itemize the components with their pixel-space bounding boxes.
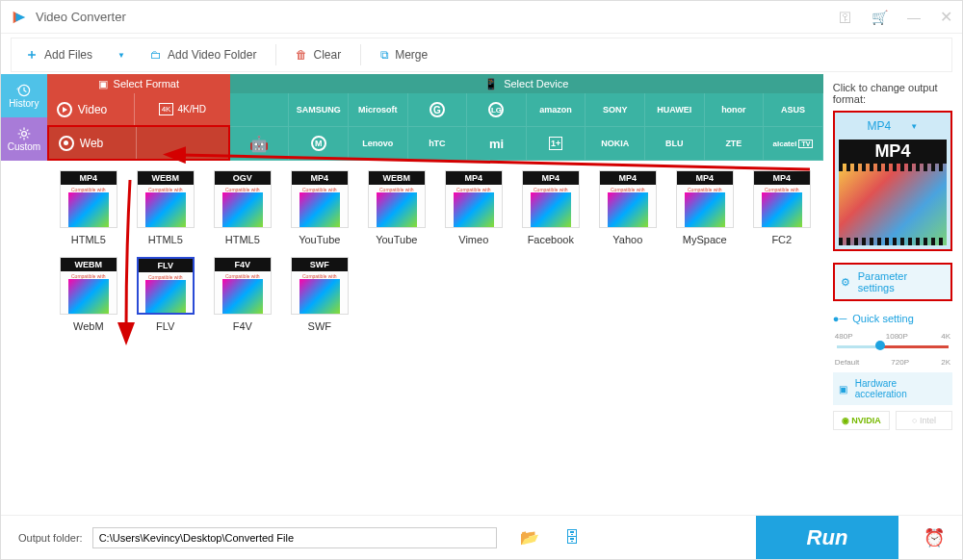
device-brand[interactable]: alcatelTV	[764, 127, 823, 161]
oneplus-icon: 1+	[549, 137, 562, 150]
quick-setting-label: ●─ Quick setting	[833, 313, 952, 324]
tv-icon: TV	[798, 140, 813, 148]
device-brand[interactable]: ZTE	[705, 127, 765, 161]
intel-badge[interactable]: ○ Intel	[896, 411, 952, 430]
tab-select-format[interactable]: ▣ Select Format	[47, 74, 230, 93]
preset-webm[interactable]: WEBMCompatible withWebM	[53, 257, 124, 332]
tab-select-device[interactable]: 📱 Select Device	[230, 74, 823, 93]
preset-facebook[interactable]: MP4Compatible withFacebook	[515, 170, 586, 245]
preset-vimeo[interactable]: MP4Compatible withVimeo	[438, 170, 509, 245]
toolbar: ＋ Add Files ▼ 🗀 Add Video Folder 🗑 Clear…	[11, 38, 952, 72]
app-title: Video Converter	[36, 10, 126, 24]
alarm-icon[interactable]: ⏰	[924, 527, 945, 548]
preset-youtube[interactable]: WEBMCompatible withYouTube	[361, 170, 432, 245]
tab-format-label: Select Format	[114, 78, 179, 89]
merge-label: Merge	[395, 48, 428, 62]
app-logo-icon	[11, 9, 28, 26]
device-brand[interactable]: ASUS	[764, 93, 823, 127]
device-brand[interactable]: HUAWEI	[645, 93, 705, 127]
device-brand[interactable]: BLU	[645, 127, 705, 161]
title-bar: Video Converter ⚿ 🛒 — ✕	[1, 1, 962, 34]
cart-icon[interactable]: 🛒	[872, 10, 888, 25]
add-folder-label: Add Video Folder	[168, 48, 257, 62]
chrome-icon	[59, 136, 74, 151]
device-brand[interactable]: amazon	[527, 93, 586, 127]
preset-myspace[interactable]: MP4Compatible withMySpace	[669, 170, 741, 245]
device-brand[interactable]: Microsoft	[349, 93, 408, 127]
caret-down-icon: ▼	[910, 122, 918, 131]
plus-icon: ＋	[25, 46, 39, 64]
bullet-icon: ●─	[833, 313, 846, 324]
clear-button[interactable]: 🗑 Clear	[282, 38, 354, 71]
slider-tick: 1080P	[886, 332, 908, 341]
preset-html5[interactable]: WEBMCompatible withHTML5	[130, 170, 201, 245]
rp-heading: Click to change output format:	[833, 82, 952, 105]
device-grid: SAMSUNGMicrosoftGLGamazonSONYHUAWEIhonor…	[230, 93, 823, 161]
motorola-icon: M	[311, 136, 326, 151]
xiaomi-icon: mi	[489, 137, 504, 151]
preset-swf[interactable]: SWFCompatible withSWF	[284, 257, 355, 332]
bottom-bar: Output folder: ▼ 📂 🗄 Run ⏰	[1, 515, 962, 559]
minimize-icon[interactable]: —	[907, 10, 921, 25]
format-column: Video 4K4K/HD Web	[47, 93, 230, 161]
output-folder-label: Output folder:	[18, 532, 83, 544]
quality-slider[interactable]: 480P 1080P 4K Default 720P 2K	[833, 332, 952, 363]
add-files-label: Add Files	[44, 48, 92, 62]
device-brand[interactable]: NOKIA	[586, 127, 645, 161]
sidetab-history[interactable]: History	[1, 74, 47, 117]
run-button[interactable]: Run	[756, 516, 898, 560]
thumb-format-label: MP4	[839, 140, 947, 164]
hardware-accel-button[interactable]: ▣ Hardware acceleration	[833, 372, 952, 405]
device-brand[interactable]: G	[408, 93, 468, 127]
merge-button[interactable]: ⧉ Merge	[367, 38, 441, 71]
device-brand[interactable]: LG	[467, 93, 527, 127]
add-files-caret-icon[interactable]: ▼	[117, 51, 125, 60]
output-format-thumbnail: MP4	[839, 140, 947, 245]
preset-html5[interactable]: MP4Compatible withHTML5	[53, 170, 124, 245]
device-brand[interactable]: M	[289, 127, 349, 161]
device-brand[interactable]: 🤖	[230, 127, 290, 161]
play-icon	[57, 102, 72, 117]
separator	[360, 44, 361, 65]
history-icon	[14, 83, 34, 98]
preset-fc2[interactable]: MP4Compatible withFC2	[746, 170, 818, 245]
open-folder-icon[interactable]: 📂	[520, 528, 539, 547]
separator	[275, 44, 276, 65]
format-video[interactable]: Video 4K4K/HD	[47, 93, 230, 125]
add-folder-button[interactable]: 🗀 Add Video Folder	[137, 38, 271, 71]
device-brand[interactable]: SAMSUNG	[289, 93, 349, 127]
slider-tick: Default	[835, 358, 859, 367]
hw-vendors: ◉ NVIDIA ○ Intel	[833, 411, 952, 430]
device-brand[interactable]: Lenovo	[349, 127, 408, 161]
svg-point-1	[21, 132, 26, 137]
trash-icon: 🗑	[296, 48, 307, 62]
preset-f4v[interactable]: F4VCompatible withF4V	[207, 257, 278, 332]
device-brand[interactable]: mi	[467, 127, 527, 161]
sidetab-custom[interactable]: Custom	[1, 117, 47, 161]
key-icon[interactable]: ⚿	[839, 10, 852, 25]
preset-youtube[interactable]: MP4Compatible withYouTube	[284, 170, 355, 245]
device-tab-icon: 📱	[484, 78, 498, 90]
device-brand[interactable]: hTC	[408, 127, 468, 161]
preset-flv[interactable]: FLVCompatible withFLV	[130, 257, 201, 332]
fourk-icon: 4K	[159, 103, 174, 115]
output-format-selector[interactable]: MP4 ▼ MP4	[833, 111, 952, 251]
close-icon[interactable]: ✕	[940, 8, 952, 26]
output-folder-input[interactable]	[92, 527, 497, 548]
slider-thumb-icon[interactable]	[875, 341, 885, 350]
output-preset-icon[interactable]: 🗄	[564, 529, 580, 547]
folder-plus-icon: 🗀	[150, 48, 162, 62]
device-brand[interactable]: 1+	[527, 127, 586, 161]
center-panel: ▣ Select Format 📱 Select Device Video 4K…	[47, 74, 823, 517]
add-files-button[interactable]: ＋ Add Files	[12, 38, 106, 71]
lg-icon: LG	[488, 102, 504, 117]
preset-yahoo[interactable]: MP4Compatible withYahoo	[592, 170, 664, 245]
device-brand[interactable]: SONY	[586, 93, 645, 127]
slider-tick: 2K	[941, 358, 950, 367]
device-brand[interactable]	[230, 93, 290, 127]
format-web[interactable]: Web	[47, 125, 230, 161]
preset-html5[interactable]: OGVCompatible withHTML5	[207, 170, 278, 245]
nvidia-badge[interactable]: ◉ NVIDIA	[833, 411, 890, 430]
device-brand[interactable]: honor	[705, 93, 765, 127]
parameter-settings-button[interactable]: ⚙ Parameter settings	[833, 263, 952, 301]
